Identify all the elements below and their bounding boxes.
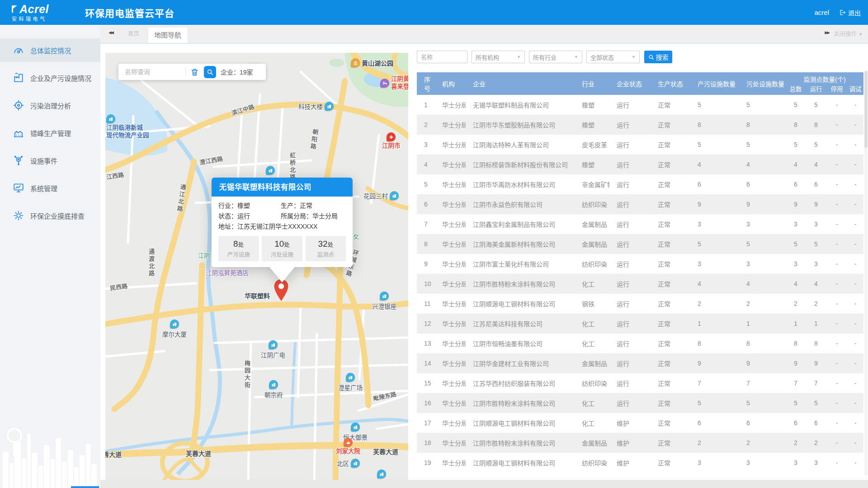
table-row[interactable]: 7华士分局江阴鑫宝利金属制品有限公司金属制品运行正常3333-- (417, 214, 863, 234)
sidebar-item-system-management[interactable]: 系统管理 (0, 176, 100, 200)
map-label-text: 北区 (337, 459, 349, 468)
popup-stat-treatment-facilities[interactable]: 10处 污处设施 (262, 236, 302, 261)
enterprise-table: 序号 机构 企业 行业 企业状态 生产状态 产污设施数量 污处设施数量 监测点数… (417, 72, 863, 473)
table-row[interactable]: 16华士分局江阴市胜特粉末涂料有限公司化工运行正常5555-- (417, 393, 863, 413)
table-cell: 3 (690, 214, 739, 234)
vertical-scrollbar[interactable] (864, 71, 868, 475)
table-cell: 江阴顺源电工钢材料有限公司 (466, 453, 575, 473)
table-cell: 江阴海达特种人革有限公司 (466, 135, 575, 155)
table-row[interactable]: 1华士分局无锡华联塑料制品有限公司橡塑运行正常5555-- (417, 95, 863, 115)
table-row[interactable]: 2华士分局江阴市华东塑胶制品有限公司橡塑运行正常8888-- (417, 115, 863, 135)
table-cell: 华士分局 (435, 314, 466, 333)
map-search-input[interactable] (125, 68, 184, 75)
tabs-scroll-right-icon[interactable]: ▶▶ (825, 30, 829, 35)
table-cell: 华士分局 (435, 274, 466, 294)
map-label: 北区 (337, 459, 360, 468)
table-cell: 8 (806, 115, 826, 135)
map-label: 虹桥北路 (288, 152, 297, 181)
table-row[interactable]: 19华士分局江阴顺源电工钢材料有限公司纺织印染维护正常3333-- (417, 453, 863, 473)
sidebar-item-facility-events[interactable]: 设施事件 (0, 149, 100, 172)
popup-stat-monitor-points[interactable]: 32处 监测点 (306, 236, 346, 261)
sidebar-item-peak-production[interactable]: 错峰生产管理 (0, 121, 100, 145)
table-row[interactable]: 10华士分局江阴市胜特粉末涂料有限公司化工运行正常4444-- (417, 274, 863, 294)
table-row[interactable]: 13华士分局江阴市恒畅油墨有限公司化工运行正常8888-- (417, 333, 863, 353)
popup-tail (269, 267, 295, 282)
target-icon (13, 99, 24, 111)
logo-text: Acrel (19, 4, 49, 15)
table-row[interactable]: 3华士分局江阴海达特种人革有限公司皮毛皮革运行正常5555-- (417, 135, 863, 155)
acrel-logo-mark-icon (12, 5, 18, 13)
popup-stat-pollution-facilities[interactable]: 8处 产污设施 (218, 236, 259, 261)
map-search-button[interactable] (204, 66, 216, 78)
table-cell: 6 (690, 174, 739, 194)
table-cell: 9 (806, 353, 826, 373)
username-label[interactable]: acrel (814, 9, 829, 16)
table-cell: 正常 (651, 433, 690, 453)
table-cell: - (826, 234, 847, 254)
status-select[interactable]: 全部状态▼ (586, 51, 640, 63)
table-cell: 维护 (609, 433, 651, 453)
search-button[interactable]: 搜索 (644, 51, 672, 63)
tab-map-navigation[interactable]: 地图导航 (148, 28, 187, 43)
sidebar-scrollbar[interactable] (71, 486, 99, 488)
table-row[interactable]: 11华士分局江阴顺源电工钢材料有限公司钢铁运行正常2222-- (417, 294, 863, 314)
table-row[interactable]: 17华士分局江阴顺源电工钢材料有限公司化工维护正常6666-- (417, 413, 863, 433)
table-row[interactable]: 5华士分局江阴市华禹防水材料有限公司非金属矿物运行正常6666-- (417, 174, 863, 194)
table-row[interactable]: 18华士分局江阴市胜特粉末涂料有限公司金属制品维护正常2222-- (417, 433, 863, 453)
table-cell: - (847, 453, 863, 473)
name-filter-input[interactable] (417, 51, 467, 63)
company-map-pin[interactable] (274, 279, 289, 303)
table-cell: 华士分局 (435, 135, 466, 155)
sidebar-item-overview[interactable]: 总体监控情况 (0, 38, 100, 62)
table-cell: 江阴市富士莱化纤有限公司 (466, 254, 575, 274)
table-row[interactable]: 9华士分局江阴市富士莱化纤有限公司纺织印染运行正常3333-- (417, 254, 863, 274)
table-cell: 3 (690, 254, 739, 274)
table-row[interactable]: 6华士分局江阴市永益色织有限公司纺织印染运行正常9999-- (417, 194, 863, 214)
map-label-text: 梅园大街 (243, 360, 251, 389)
table-cell: 3 (739, 214, 786, 234)
table-cell: - (847, 294, 863, 314)
table-row[interactable]: 8华士分局江阴海美金属新材料有限公司金属制品运行正常5555-- (417, 234, 863, 254)
tab-home[interactable]: 首页 (124, 25, 143, 43)
table-cell: 正常 (651, 155, 690, 174)
industry-select[interactable]: 所有行业▼ (529, 51, 582, 63)
company-info-popup: 无锡华联塑料科技有限公司 行业：橡塑 生产：正常 状态：运行 所属分局：华士分局… (212, 178, 353, 267)
building-icon (351, 459, 360, 468)
table-cell: 5 (739, 135, 786, 155)
table-cell: 5 (786, 135, 806, 155)
table-cell: 正常 (651, 314, 690, 333)
popup-field-branch: 所属分局：华士分局 (281, 211, 346, 221)
col-debug: 调试 (847, 84, 863, 95)
table-cell: 4 (786, 274, 806, 294)
close-operations-dropdown[interactable]: 关闭操作 ▼ (833, 25, 863, 43)
table-cell: 纺织印染 (575, 254, 609, 274)
table-cell: 华士分局 (435, 115, 466, 135)
organization-select[interactable]: 所有机构▼ (472, 51, 525, 63)
trash-icon[interactable] (190, 67, 200, 77)
logout-button[interactable]: 退出 (839, 8, 861, 17)
table-cell: 化工 (575, 274, 609, 294)
table-cell: 5 (417, 174, 435, 194)
popup-field-address: 地址：江苏无锡江阴华士XXXXXXX (218, 221, 346, 232)
table-cell: 9 (786, 353, 806, 373)
map-panel[interactable]: 黄山湖公园江阴黄嘉喜来登酒店科技大楼滨江中路江阴临港新城现代物流产业园朝阳路江阴… (105, 53, 408, 480)
sidebar-item-enterprise-facilities[interactable]: 企业及产污设施情况 (0, 66, 100, 89)
app-screen: Acrel 安科瑞电气 环保用电监管云平台 acrel 退出 总体监控情况企业及… (0, 0, 868, 488)
sidebar-item-pollution-analysis[interactable]: 污染治理分析 (0, 94, 100, 117)
table-cell: 正常 (651, 393, 690, 413)
table-row[interactable]: 14华士分局江阴华金建材工业有限公司金属制品运行正常9999-- (417, 353, 863, 373)
table-cell: 5 (690, 135, 739, 155)
table-row[interactable]: 15华士分局江苏华西村纺织服装有限公司纺织印染运行正常7777-- (417, 373, 863, 393)
table-row[interactable]: 4华士分局江阴标榜装饰新材料股份有限公司橡塑运行正常4444-- (417, 155, 863, 174)
horizontal-scrollbar-track[interactable] (100, 480, 868, 488)
table-cell: 正常 (651, 234, 690, 254)
map-label-text: 芙蓉大道 (373, 447, 398, 456)
table-cell: 正常 (651, 353, 690, 373)
table-cell: 化工 (575, 413, 609, 433)
monitor-icon (13, 182, 24, 194)
table-row[interactable]: 12华士分局江苏尼美达科技有限公司化工运行正常1111-- (417, 314, 863, 333)
sidebar-item-env-survey[interactable]: 环保企业摸底排查 (0, 204, 100, 227)
map-label-text: 黄山湖公园 (362, 58, 393, 67)
table-cell: 运行 (609, 234, 651, 254)
tabs-scroll-left-icon[interactable]: ◀◀ (108, 30, 113, 35)
